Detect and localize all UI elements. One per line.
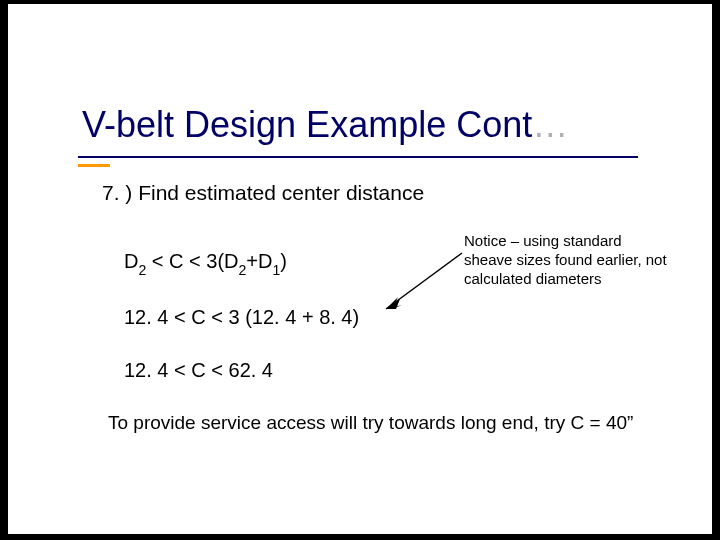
eq1-sub1: 2	[138, 262, 146, 278]
slide-title: V-belt Design Example Cont…	[82, 104, 568, 146]
eq1-sub2: 2	[239, 262, 247, 278]
closing-inch: ”	[627, 412, 633, 433]
equation-symbolic: D2 < C < 3(D2+D1)	[124, 250, 287, 276]
svg-line-0	[386, 253, 462, 309]
eq1-mid: < C < 3(D	[146, 250, 238, 272]
title-underline	[78, 156, 638, 158]
step-heading: 7. ) Find estimated center distance	[102, 179, 672, 206]
equation-result: 12. 4 < C < 62. 4	[124, 359, 273, 382]
eq1-sub3: 1	[272, 262, 280, 278]
eq1-post: )	[280, 250, 287, 272]
title-main: V-belt Design Example Cont	[82, 104, 532, 145]
eq1-pre: D	[124, 250, 138, 272]
title-accent	[78, 164, 110, 167]
closing-line: To provide service access will try towar…	[108, 412, 627, 433]
slide: V-belt Design Example Cont… 7. ) Find es…	[8, 4, 712, 534]
arrow-icon	[376, 247, 466, 317]
svg-marker-2	[386, 299, 400, 309]
title-ellipsis: …	[532, 104, 568, 145]
eq1-mid2: +D	[246, 250, 272, 272]
equation-numeric: 12. 4 < C < 3 (12. 4 + 8. 4)	[124, 306, 359, 329]
svg-marker-1	[386, 297, 402, 309]
closing-text: To provide service access will try towar…	[108, 411, 668, 436]
annotation-note: Notice – using standard sheave sizes fou…	[464, 232, 674, 288]
